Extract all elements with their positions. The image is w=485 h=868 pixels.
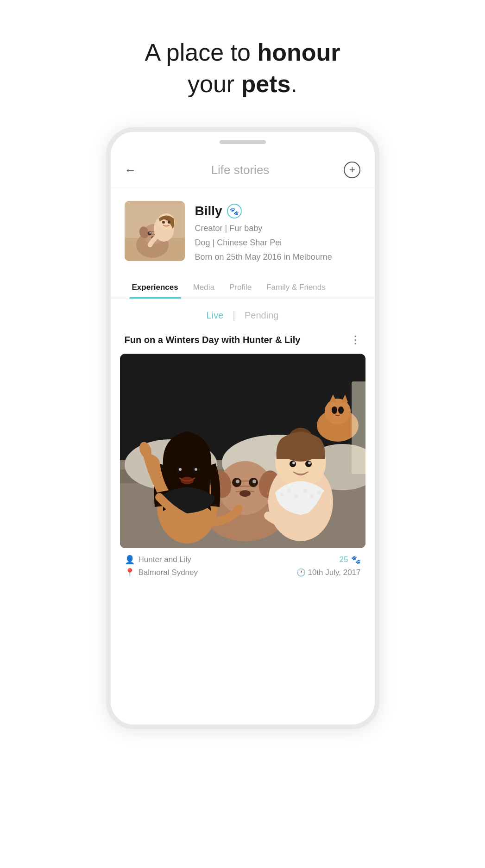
svg-point-33 [236,480,239,483]
svg-rect-58 [352,381,365,474]
profile-info: Billy 🐾 Creator | Fur baby Dog | Chinese… [195,201,361,265]
tab-experiences[interactable]: Experiences [125,275,186,299]
svg-point-50 [292,462,295,464]
story-count-number: 25 [340,555,348,564]
tab-profile[interactable]: Profile [222,275,259,299]
svg-point-8 [149,232,151,234]
profile-breed: Dog | Chinese Shar Pei [195,237,361,249]
paw-badge: 🐾 [227,204,242,219]
location-icon: 📍 [125,568,135,578]
profile-born: Born on 25th May 2016 in Melbourne [195,251,361,263]
story-date-text: 10th July, 2017 [308,568,360,577]
svg-point-54 [294,494,298,498]
hero-text-line2: your pets. [188,70,297,97]
add-button[interactable]: + [344,162,360,178]
profile-name: Billy [195,204,222,219]
svg-point-51 [308,462,311,464]
tab-family-friends[interactable]: Family & Friends [259,275,333,299]
story-title: Fun on a Winters Day with Hunter & Lily [125,335,301,345]
story-location-text: Balmoral Sydney [139,568,198,577]
profile-name-row: Billy 🐾 [195,204,361,219]
app-header: ← Life stories + [111,149,375,188]
profile-role: Creator | Fur baby [195,222,361,235]
back-button[interactable]: ← [125,163,137,177]
svg-point-26 [338,406,344,414]
sub-tab-pending[interactable]: Pending [245,310,278,321]
story-card: Fun on a Winters Day with Hunter & Lily … [111,329,375,591]
hero-section: A place to honour your pets. [145,37,340,100]
hero-bold-honour: honour [257,39,340,66]
story-title-row: Fun on a Winters Day with Hunter & Lily … [120,329,365,354]
hero-text-line1: A place to honour [145,39,340,66]
sub-tab-divider: | [233,309,235,321]
app-screen: ← Life stories + [111,149,375,724]
svg-point-13 [162,221,165,224]
story-people: 👤 Hunter and Lily [125,555,191,565]
svg-point-55 [303,488,308,493]
story-image [120,354,365,548]
story-menu-icon[interactable]: ⋮ [350,333,361,346]
phone-frame: ← Life stories + [106,127,379,729]
sub-tabs: Live | Pending [111,299,375,329]
svg-point-35 [239,490,251,497]
svg-point-14 [168,221,170,224]
svg-point-56 [310,494,314,498]
profile-section: Billy 🐾 Creator | Fur baby Dog | Chinese… [111,188,375,275]
speaker-bar [220,140,266,144]
svg-point-57 [317,491,321,494]
story-footer-top: 👤 Hunter and Lily 25 🐾 [120,548,365,567]
svg-point-42 [181,477,194,484]
paw-count-icon: 🐾 [351,555,361,565]
clock-icon: 🕐 [296,568,306,576]
hero-bold-pets: pets [241,70,291,97]
person-icon: 👤 [125,555,135,565]
svg-point-25 [332,406,337,414]
svg-point-34 [252,480,256,483]
story-people-name: Hunter and Lily [139,555,191,564]
story-date: 🕐 10th July, 2017 [296,568,361,577]
sub-tab-live[interactable]: Live [207,310,224,321]
story-count: 25 🐾 [340,555,361,565]
svg-point-52 [280,493,284,497]
screen-title: Life stories [211,163,270,177]
svg-point-40 [179,468,182,471]
svg-point-22 [325,399,351,425]
svg-point-41 [195,468,197,471]
tabs-bar: Experiences Media Profile Family & Frien… [111,275,375,299]
story-footer-bottom: 📍 Balmoral Sydney 🕐 10th July, 2017 [120,567,365,581]
avatar [125,201,185,261]
svg-point-53 [287,488,291,493]
tab-media[interactable]: Media [186,275,222,299]
story-location: 📍 Balmoral Sydney [125,568,198,578]
